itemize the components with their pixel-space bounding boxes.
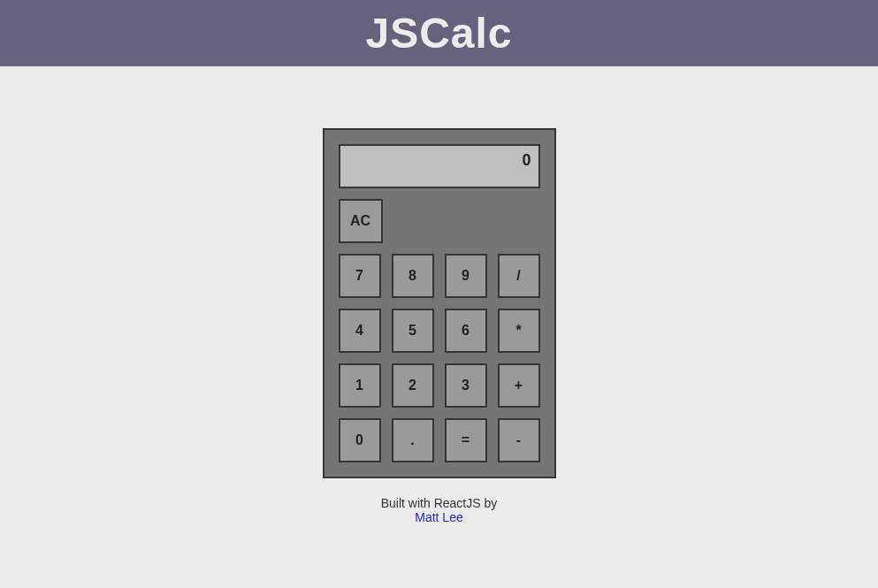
content: 0 AC 7 8 9 / 4 5 6 * 1 2 3 + 0 . = -: [0, 66, 878, 524]
zero-button[interactable]: 0: [339, 418, 381, 462]
two-button[interactable]: 2: [392, 363, 434, 408]
footer-text: Built with ReactJS by: [381, 496, 498, 510]
four-button[interactable]: 4: [339, 309, 381, 353]
button-row-1: 7 8 9 /: [339, 254, 540, 298]
calculator-display: 0: [339, 144, 540, 188]
eight-button[interactable]: 8: [392, 254, 434, 298]
button-row-4: 0 . = -: [339, 418, 540, 462]
nine-button[interactable]: 9: [445, 254, 487, 298]
app-title: JSCalc: [365, 9, 512, 57]
five-button[interactable]: 5: [392, 309, 434, 353]
decimal-button[interactable]: .: [392, 418, 434, 462]
footer: Built with ReactJS by Matt Lee: [381, 496, 498, 524]
one-button[interactable]: 1: [339, 363, 381, 408]
six-button[interactable]: 6: [445, 309, 487, 353]
button-row-2: 4 5 6 *: [339, 309, 540, 353]
button-row-3: 1 2 3 +: [339, 363, 540, 408]
multiply-button[interactable]: *: [498, 309, 540, 353]
header: JSCalc: [0, 0, 878, 66]
divide-button[interactable]: /: [498, 254, 540, 298]
equals-button[interactable]: =: [445, 418, 487, 462]
footer-link[interactable]: Matt Lee: [415, 510, 462, 524]
plus-button[interactable]: +: [498, 363, 540, 408]
calculator: 0 AC 7 8 9 / 4 5 6 * 1 2 3 + 0 . = -: [323, 128, 556, 478]
button-row-ac: AC: [339, 199, 540, 243]
seven-button[interactable]: 7: [339, 254, 381, 298]
three-button[interactable]: 3: [445, 363, 487, 408]
minus-button[interactable]: -: [498, 418, 540, 462]
ac-button[interactable]: AC: [339, 199, 383, 243]
